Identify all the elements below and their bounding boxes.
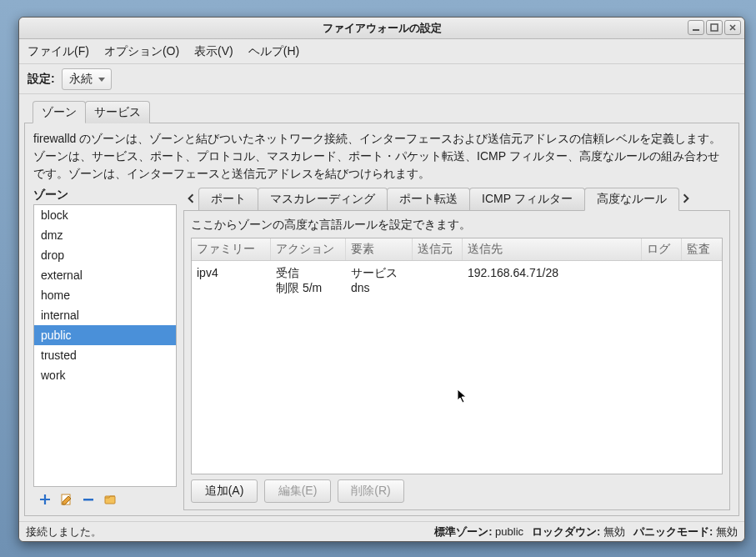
close-icon xyxy=(728,23,737,32)
col-action[interactable]: アクション xyxy=(271,238,346,260)
config-select[interactable]: 永続 xyxy=(62,68,112,90)
zone-item-home[interactable]: home xyxy=(34,285,176,305)
tab-port-forward[interactable]: ポート転送 xyxy=(387,188,470,210)
col-element[interactable]: 要素 xyxy=(346,238,413,260)
status-defzone: 標準ゾーン: public xyxy=(434,524,523,539)
config-value: 永続 xyxy=(69,72,93,87)
svg-rect-4 xyxy=(105,496,115,504)
outer-notebook: ゾーン サービス firewalld のゾーンは、ゾーンと結びついたネットワーク… xyxy=(24,99,739,516)
tab-rich-rules[interactable]: 高度なルール xyxy=(584,188,679,211)
edit-zone-button[interactable] xyxy=(60,493,73,506)
add-zone-button[interactable] xyxy=(38,493,52,506)
table-row[interactable]: ipv4受信制限 5/mサービスdns192.168.64.71/28 xyxy=(192,261,722,302)
maximize-button[interactable] xyxy=(706,20,723,35)
plus-icon xyxy=(38,493,52,506)
chevron-right-icon xyxy=(681,193,691,203)
zone-section: ゾーン blockdmzdropexternalhomeinternalpubl… xyxy=(33,186,177,510)
tab-scroll-right[interactable] xyxy=(678,187,693,210)
zone-section-label: ゾーン xyxy=(33,186,177,204)
config-toolbar: 設定: 永続 xyxy=(19,64,744,94)
window-title: ファイアウォールの設定 xyxy=(323,21,442,36)
titlebar: ファイアウォールの設定 xyxy=(19,18,744,39)
edit-rule-button: 編集(E) xyxy=(264,479,331,503)
minimize-button[interactable] xyxy=(688,20,704,35)
rule-button-row: 追加(A) 編集(E) 削除(R) xyxy=(191,479,723,503)
status-lockdown: ロックダウン: 無効 xyxy=(532,524,625,539)
menu-help[interactable]: ヘルプ(H) xyxy=(248,44,299,59)
col-src[interactable]: 送信元 xyxy=(413,238,463,260)
cell-log xyxy=(642,261,682,301)
menu-options[interactable]: オプション(O) xyxy=(104,44,179,59)
col-family[interactable]: ファミリー xyxy=(192,238,271,260)
menu-view[interactable]: 表示(V) xyxy=(194,44,233,59)
delete-rule-button: 削除(R) xyxy=(338,479,404,503)
zone-item-external[interactable]: external xyxy=(34,265,176,285)
zone-item-drop[interactable]: drop xyxy=(34,245,176,265)
zone-toolbar xyxy=(33,489,177,510)
add-rule-button[interactable]: 追加(A) xyxy=(191,479,258,503)
chevron-left-icon xyxy=(186,193,196,203)
status-panic: パニックモード: 無効 xyxy=(633,524,738,539)
close-button[interactable] xyxy=(724,20,741,35)
tab-scroll-left[interactable] xyxy=(183,187,198,210)
pencil-icon xyxy=(60,493,73,506)
menu-file[interactable]: ファイル(F) xyxy=(28,44,89,59)
load-defaults-button[interactable] xyxy=(103,493,117,506)
tab-masquerade[interactable]: マスカレーディング xyxy=(258,188,388,210)
cell-audit xyxy=(682,261,722,301)
rules-table[interactable]: ファミリー アクション 要素 送信元 送信先 ログ 監査 ipv4受信制限 5/… xyxy=(191,238,723,474)
col-audit[interactable]: 監査 xyxy=(682,238,722,260)
col-log[interactable]: ログ xyxy=(642,238,682,260)
cell-dst: 192.168.64.71/28 xyxy=(463,261,642,301)
tab-services[interactable]: サービス xyxy=(85,101,150,123)
svg-rect-1 xyxy=(711,24,718,31)
rich-rules-description: ここからゾーンの高度な言語ルールを設定できます。 xyxy=(191,218,723,233)
zone-item-trusted[interactable]: trusted xyxy=(34,345,176,365)
zone-item-work[interactable]: work xyxy=(34,365,176,385)
detail-section: ポート マスカレーディング ポート転送 ICMP フィルター 高度なルール ここ… xyxy=(183,186,730,510)
statusbar: 接続しました。 標準ゾーン: public ロックダウン: 無効 パニックモード… xyxy=(19,521,744,541)
zone-description: firewalld のゾーンは、ゾーンと結びついたネットワーク接続、インターフェ… xyxy=(33,130,730,183)
zone-item-block[interactable]: block xyxy=(34,205,176,225)
zone-item-public[interactable]: public xyxy=(34,325,176,345)
svg-rect-3 xyxy=(83,499,93,501)
cell-action: 受信制限 5/m xyxy=(271,261,346,301)
rich-rules-page: ここからゾーンの高度な言語ルールを設定できます。 ファミリー アクション 要素 … xyxy=(183,210,730,510)
status-connected: 接続しました。 xyxy=(26,524,102,539)
remove-zone-button[interactable] xyxy=(82,493,95,506)
app-window: ファイアウォールの設定 ファイル(F) オプション(O) 表示(V) ヘルプ(H… xyxy=(18,17,745,542)
menubar: ファイル(F) オプション(O) 表示(V) ヘルプ(H) xyxy=(19,39,744,64)
minimize-icon xyxy=(692,23,700,32)
zone-item-internal[interactable]: internal xyxy=(34,305,176,325)
zone-item-dmz[interactable]: dmz xyxy=(34,225,176,245)
tab-icmp-filter[interactable]: ICMP フィルター xyxy=(469,188,585,210)
rules-header: ファミリー アクション 要素 送信元 送信先 ログ 監査 xyxy=(192,238,722,261)
folder-refresh-icon xyxy=(103,493,117,506)
config-label: 設定: xyxy=(28,72,55,87)
cell-element: サービスdns xyxy=(346,261,413,301)
maximize-icon xyxy=(710,23,718,32)
col-dst[interactable]: 送信先 xyxy=(463,238,642,260)
zone-list[interactable]: blockdmzdropexternalhomeinternalpublictr… xyxy=(33,204,177,487)
tab-ports[interactable]: ポート xyxy=(198,188,258,210)
tab-zones[interactable]: ゾーン xyxy=(33,101,86,123)
cell-src xyxy=(413,261,463,301)
minus-icon xyxy=(82,493,95,506)
cell-family: ipv4 xyxy=(192,261,271,301)
svg-rect-0 xyxy=(693,29,699,31)
